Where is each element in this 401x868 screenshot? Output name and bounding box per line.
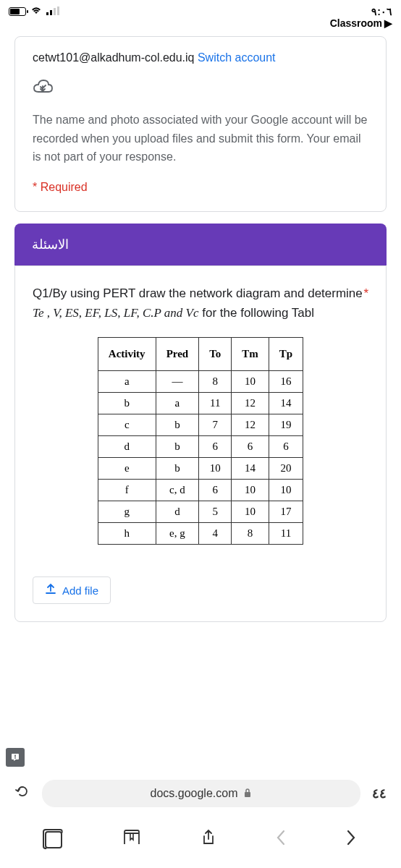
svg-rect-1	[50, 10, 52, 15]
table-cell: 6	[232, 436, 269, 458]
table-cell: 8	[199, 371, 232, 393]
table-cell: 20	[269, 458, 303, 480]
table-cell: 10	[232, 501, 269, 523]
tabs-icon[interactable]	[45, 831, 62, 848]
url-bar: docs.google.com ٤٤	[0, 770, 401, 817]
pert-table-container: ActivityPredToTmTp a—81016ba111214cb7121…	[15, 337, 386, 562]
table-row: eb101420	[98, 458, 303, 480]
table-cell: 10	[232, 371, 269, 393]
table-row: he, g4811	[98, 523, 303, 545]
table-cell: c	[98, 414, 156, 436]
reload-icon[interactable]	[14, 783, 30, 804]
table-row: a—81016	[98, 371, 303, 393]
section-header: الاسئلة	[14, 224, 387, 265]
table-cell: 6	[199, 480, 232, 501]
table-cell: 11	[199, 393, 232, 414]
account-info-text: The name and photo associated with your …	[33, 111, 368, 166]
required-label: * Required	[33, 181, 368, 194]
table-row: fc, d61010	[98, 480, 303, 501]
table-row: gd51017	[98, 501, 303, 523]
table-header: To	[199, 338, 232, 371]
share-icon[interactable]	[201, 829, 216, 851]
clock: ٩:٠٦	[330, 6, 392, 17]
table-cell: 10	[232, 480, 269, 501]
table-cell: b	[156, 458, 199, 480]
table-cell: g	[98, 501, 156, 523]
account-email-line: cetwt101@alkadhum-col.edu.iq Switch acco…	[33, 51, 368, 64]
question-card: Q1/By using PERT draw the network diagra…	[14, 265, 387, 622]
table-cell: d	[98, 436, 156, 458]
table-cell: 19	[269, 414, 303, 436]
svg-rect-6	[14, 757, 16, 759]
lock-icon	[243, 788, 252, 800]
classroom-label[interactable]: Classroom ▶	[330, 17, 392, 29]
table-cell: 12	[232, 414, 269, 436]
table-cell: b	[156, 414, 199, 436]
battery-icon	[9, 7, 26, 16]
bookmarks-icon[interactable]	[122, 830, 141, 850]
table-cell: 14	[232, 458, 269, 480]
table-cell: 17	[269, 501, 303, 523]
table-cell: 14	[269, 393, 303, 414]
table-cell: b	[156, 436, 199, 458]
question-title: Q1/By using PERT draw the network diagra…	[15, 266, 386, 337]
table-cell: 8	[232, 523, 269, 545]
wifi-icon	[30, 6, 42, 17]
table-cell: 6	[269, 436, 303, 458]
table-cell: e	[98, 458, 156, 480]
table-cell: e, g	[156, 523, 199, 545]
forward-icon[interactable]	[346, 830, 356, 850]
add-file-button[interactable]: Add file	[33, 576, 111, 604]
table-row: ba111214	[98, 393, 303, 414]
table-cell: 16	[269, 371, 303, 393]
status-bar: ٩:٠٦ Classroom ▶	[0, 0, 401, 36]
signal-icon	[46, 6, 59, 17]
required-star: *	[363, 284, 368, 303]
cloud-icon	[33, 77, 53, 98]
table-cell: a	[156, 393, 199, 414]
account-email: cetwt101@alkadhum-col.edu.iq	[33, 51, 194, 64]
back-icon[interactable]	[276, 830, 286, 850]
switch-account-link[interactable]: Switch account	[198, 51, 276, 64]
table-header: Tp	[269, 338, 303, 371]
table-cell: a	[98, 371, 156, 393]
table-cell: 7	[199, 414, 232, 436]
feedback-badge[interactable]	[6, 748, 25, 767]
table-cell: 10	[199, 458, 232, 480]
table-cell: 12	[232, 393, 269, 414]
table-cell: —	[156, 371, 199, 393]
play-icon: ▶	[384, 17, 392, 29]
url-field[interactable]: docs.google.com	[42, 780, 360, 807]
status-right: ٩:٠٦ Classroom ▶	[330, 6, 392, 29]
status-indicators	[9, 6, 59, 17]
table-cell: 11	[269, 523, 303, 545]
table-cell: d	[156, 501, 199, 523]
table-cell: b	[98, 393, 156, 414]
table-header: Pred	[156, 338, 199, 371]
table-cell: c, d	[156, 480, 199, 501]
svg-rect-2	[54, 8, 56, 15]
table-cell: h	[98, 523, 156, 545]
url-text: docs.google.com	[151, 787, 238, 800]
svg-rect-7	[245, 792, 250, 797]
table-header: Tm	[232, 338, 269, 371]
table-cell: 10	[269, 480, 303, 501]
table-row: cb71219	[98, 414, 303, 436]
table-row: db666	[98, 436, 303, 458]
pert-table: ActivityPredToTmTp a—81016ba111214cb7121…	[98, 337, 303, 545]
table-header: Activity	[98, 338, 156, 371]
table-cell: 4	[199, 523, 232, 545]
table-cell: 6	[199, 436, 232, 458]
svg-rect-5	[14, 755, 16, 757]
tab-count[interactable]: ٤٤	[372, 786, 387, 801]
table-cell: 5	[199, 501, 232, 523]
browser-nav	[0, 817, 401, 868]
svg-rect-3	[57, 7, 59, 15]
upload-icon	[45, 583, 56, 597]
account-card: cetwt101@alkadhum-col.edu.iq Switch acco…	[14, 36, 387, 212]
svg-rect-0	[46, 12, 48, 15]
table-cell: f	[98, 480, 156, 501]
